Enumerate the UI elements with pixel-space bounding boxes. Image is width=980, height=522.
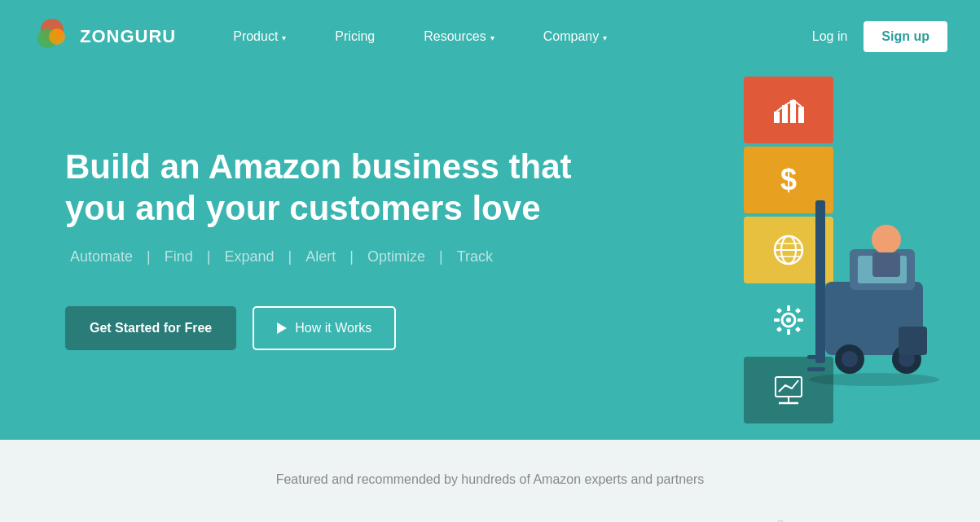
featured-logos: WebRetailer Inc. ReliableEducation: [65, 516, 915, 522]
nav-item-company[interactable]: Company ▾: [519, 0, 631, 73]
forklift-illustration: [801, 119, 947, 428]
hero-subtitle: Automate | Find | Expand | Alert | Optim…: [65, 248, 595, 265]
svg-rect-38: [899, 327, 927, 355]
svg-rect-32: [807, 355, 825, 359]
chevron-down-icon: ▾: [282, 33, 286, 42]
svg-rect-22: [795, 327, 801, 332]
hero-section: Build an Amazon business that you and yo…: [0, 73, 980, 440]
svg-text:$: $: [780, 163, 797, 196]
svg-rect-5: [790, 100, 796, 123]
how-it-works-button[interactable]: How it Works: [253, 306, 396, 350]
svg-point-35: [842, 351, 858, 367]
svg-point-39: [809, 373, 939, 386]
logo-text: ZONGURU: [80, 26, 176, 47]
nav-right: Log in Sign up: [812, 21, 947, 52]
svg-rect-20: [795, 308, 801, 314]
svg-rect-31: [815, 200, 825, 363]
svg-point-2: [49, 29, 65, 45]
get-started-button[interactable]: Get Started for Free: [65, 306, 236, 350]
svg-rect-30: [872, 252, 900, 277]
svg-rect-17: [774, 318, 780, 322]
hero-title: Build an Amazon business that you and yo…: [65, 147, 595, 229]
svg-rect-21: [776, 327, 782, 332]
nav-item-resources[interactable]: Resources ▾: [399, 0, 518, 73]
signup-button[interactable]: Sign up: [864, 21, 947, 52]
featured-tagline: Featured and recommended by hundreds of …: [65, 472, 915, 487]
chevron-down-icon: ▾: [603, 33, 607, 42]
hero-content: Build an Amazon business that you and yo…: [65, 147, 595, 350]
logo[interactable]: ZONGURU: [33, 17, 176, 56]
svg-point-14: [786, 318, 791, 322]
nav-links: Product ▾ Pricing Resources ▾ Company ▾: [209, 0, 812, 73]
logo-icon: [33, 17, 72, 56]
svg-rect-3: [774, 112, 780, 123]
nav-item-pricing[interactable]: Pricing: [310, 0, 399, 73]
nav-item-product[interactable]: Product ▾: [209, 0, 310, 73]
play-icon: [277, 322, 287, 334]
forklift: [801, 119, 947, 432]
svg-point-29: [872, 225, 901, 254]
svg-rect-19: [776, 308, 782, 314]
conscious-millionaire-decoration: [748, 516, 813, 522]
conscious-millionaire-logo: CONSCIOUS MILLIONAIRE: [728, 516, 833, 522]
svg-rect-16: [787, 329, 790, 335]
navbar: ZONGURU Product ▾ Pricing Resources ▾ Co…: [0, 0, 980, 73]
featured-section: Featured and recommended by hundreds of …: [0, 440, 980, 522]
hero-buttons: Get Started for Free How it Works: [65, 306, 595, 350]
svg-rect-15: [787, 305, 790, 311]
svg-rect-33: [807, 367, 825, 371]
chevron-down-icon: ▾: [490, 33, 494, 42]
login-link[interactable]: Log in: [812, 29, 848, 44]
